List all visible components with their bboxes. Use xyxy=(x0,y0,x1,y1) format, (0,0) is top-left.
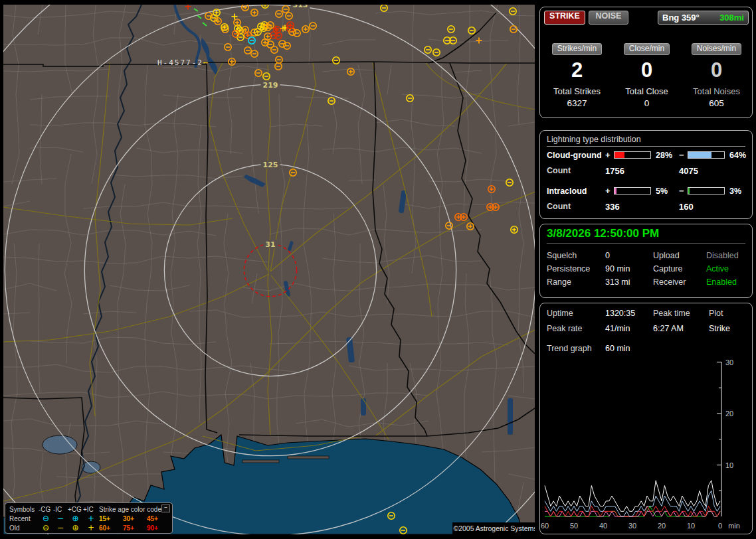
ic-pos-count: 336 xyxy=(605,202,679,212)
upload-label: Upload xyxy=(653,251,706,262)
svg-text:60: 60 xyxy=(541,522,549,530)
status-row: Range 313 mi Receiver Enabled xyxy=(547,277,750,288)
plus-sign: + xyxy=(605,186,614,196)
total-noises-label: Total Noises xyxy=(681,86,752,96)
capture-label: Capture xyxy=(653,264,706,275)
cg-pos-recent-icon: ⊕ xyxy=(68,514,83,522)
noises-counter: Noises/min 0 Total Noises 605 xyxy=(681,42,752,108)
ic-neg-bar xyxy=(688,187,725,194)
strike-indicator-button[interactable]: STRIKE xyxy=(544,11,585,25)
legend-header-symbols: Symbols xyxy=(9,506,39,513)
uptime-label: Uptime xyxy=(547,309,605,319)
cloud-ground-counts: Count 1756 4075 xyxy=(547,166,745,175)
cg-pos-bar xyxy=(614,151,651,159)
ic-neg-recent-icon: − xyxy=(53,514,68,522)
copyright-text: ©2005 Astrogenic Systems xyxy=(452,522,535,534)
station-label: H-4577-2– xyxy=(157,58,209,67)
lightning-distribution-panel: Lightning type distribution Cloud-ground… xyxy=(539,130,753,219)
distribution-title: Lightning type distribution xyxy=(547,135,745,147)
status-row: Persistence 90 min Capture Active xyxy=(547,264,750,275)
svg-text:30: 30 xyxy=(725,358,733,366)
legend-age-title: Strike age color codes xyxy=(99,506,167,513)
ic-pos-old-icon: + xyxy=(83,524,99,532)
plus-sign: + xyxy=(605,150,614,160)
cg-neg-old-icon: ⊖ xyxy=(39,524,53,532)
range-value: 313 mi xyxy=(605,277,653,288)
bearing-value: Bng 359° xyxy=(662,13,700,23)
ic-pos-recent-icon: + xyxy=(83,514,99,522)
legend-header-cgpos: +CG xyxy=(68,506,83,513)
receiver-label: Receiver xyxy=(653,277,706,288)
intracloud-row: Intracloud + 5% − 3% xyxy=(547,186,750,195)
nexstorm-app: 31125219313 H-4577-2– − Symbols -CG -IC … xyxy=(0,0,756,539)
cg-pos-pct: 28% xyxy=(652,151,679,160)
age-15: 15+ xyxy=(99,515,123,522)
svg-text:10: 10 xyxy=(687,522,695,530)
strikes-per-min-chip[interactable]: Strikes/min xyxy=(552,43,602,55)
persistence-label: Persistence xyxy=(547,264,605,275)
age-75: 75+ xyxy=(123,524,147,532)
svg-text:20: 20 xyxy=(658,522,666,530)
total-strikes-value: 6327 xyxy=(541,98,613,108)
trend-graph-row: Trend graph 60 min xyxy=(547,344,672,354)
persistence-value: 90 min xyxy=(605,264,653,275)
upload-value: Disabled xyxy=(706,251,750,262)
strikes-per-min-value: 2 xyxy=(541,58,613,82)
count-label: Count xyxy=(547,166,605,176)
noises-per-min-value: 0 xyxy=(681,58,752,82)
minus-sign: − xyxy=(679,186,688,196)
trend-graph-label: Trend graph xyxy=(547,344,605,354)
svg-text:20: 20 xyxy=(725,410,733,418)
stats-row: Uptime 1320:35 Peak time Plot xyxy=(547,309,749,319)
minus-sign: − xyxy=(679,150,688,160)
ic-neg-pct: 3% xyxy=(726,187,750,196)
trend-window-value: 60 min xyxy=(605,344,672,354)
svg-text:50: 50 xyxy=(570,522,578,530)
range-value: 308mi xyxy=(719,11,744,24)
cg-pos-count: 1756 xyxy=(605,166,679,176)
stats-trend-panel: Uptime 1320:35 Peak time Plot Peak rate … xyxy=(539,303,753,534)
close-counter: Close/min 0 Total Close 0 xyxy=(611,42,682,108)
ic-pos-pct: 5% xyxy=(652,187,679,196)
ic-neg-old-icon: − xyxy=(53,524,68,532)
legend-header-icneg: -IC xyxy=(53,506,68,513)
cg-pos-old-icon: ⊕ xyxy=(68,524,83,532)
peak-time-label: Peak time xyxy=(653,309,709,319)
peak-time-value: 6:27 AM xyxy=(653,324,709,335)
close-per-min-chip[interactable]: Close/min xyxy=(624,43,670,55)
svg-text:30: 30 xyxy=(628,522,636,530)
symbols-legend: − Symbols -CG -IC +CG +IC Strike age col… xyxy=(5,502,173,534)
count-label: Count xyxy=(547,202,605,212)
cg-neg-bar xyxy=(688,151,725,159)
age-90: 90+ xyxy=(147,524,167,532)
intracloud-counts: Count 336 160 xyxy=(547,202,745,211)
cg-neg-count: 4075 xyxy=(679,166,745,176)
total-noises-value: 605 xyxy=(681,98,752,108)
cloud-ground-label: Cloud-ground xyxy=(547,151,605,160)
strike-symbols xyxy=(3,5,535,534)
range-label: Range xyxy=(547,277,605,288)
trend-graph: 1020306050403020100min xyxy=(541,358,752,534)
svg-text:min: min xyxy=(728,522,740,530)
legend-row-recent: Recent xyxy=(9,515,39,522)
svg-text:10: 10 xyxy=(725,461,733,469)
age-60: 60+ xyxy=(99,524,123,532)
noises-per-min-chip[interactable]: Noises/min xyxy=(692,43,741,55)
total-close-label: Total Close xyxy=(611,86,682,96)
bearing-range-display: Bng 359° 308mi xyxy=(658,11,749,25)
age-45: 45+ xyxy=(147,515,167,522)
plot-value: Strike xyxy=(709,324,749,335)
svg-text:0: 0 xyxy=(718,522,722,530)
intracloud-label: Intracloud xyxy=(547,187,605,196)
noise-indicator-button[interactable]: NOISE xyxy=(589,11,628,25)
station-pointer: – xyxy=(203,58,209,67)
lightning-map[interactable]: 31125219313 H-4577-2– − Symbols -CG -IC … xyxy=(3,5,535,534)
age-30: 30+ xyxy=(123,515,147,522)
legend-minimize-button[interactable]: − xyxy=(161,504,170,512)
capture-value: Active xyxy=(706,264,750,275)
cg-neg-recent-icon: ⊖ xyxy=(39,514,53,522)
total-strikes-label: Total Strikes xyxy=(541,86,613,96)
legend-row-old: Old xyxy=(9,524,39,532)
peak-rate-label: Peak rate xyxy=(547,324,605,335)
squelch-value: 0 xyxy=(605,251,653,262)
